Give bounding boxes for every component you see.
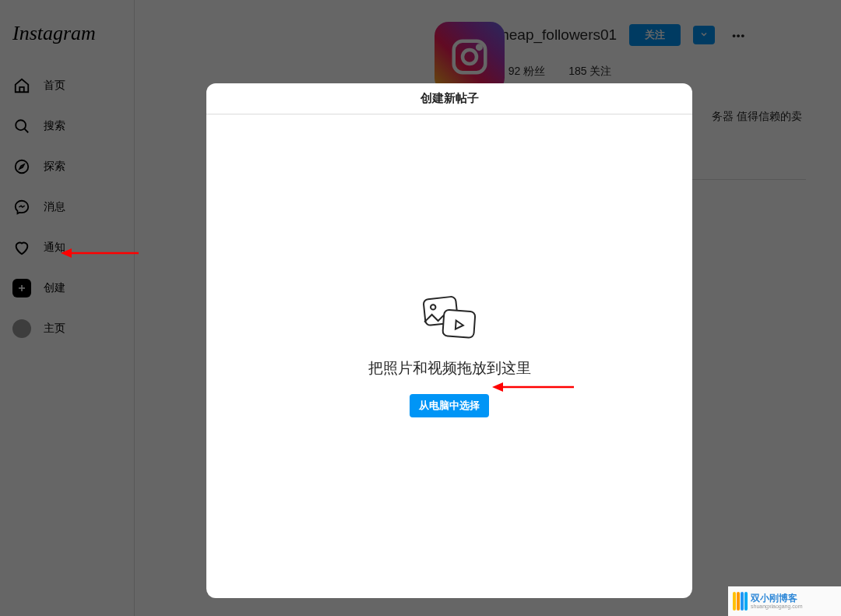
watermark-url: shuangxiaogang.com <box>751 604 803 610</box>
modal-title: 创建新帖子 <box>206 83 692 114</box>
watermark-logo-icon <box>733 592 748 611</box>
modal-body[interactable]: 把照片和视频拖放到这里 从电脑中选择 <box>206 114 692 598</box>
svg-rect-11 <box>442 309 475 337</box>
drag-prompt-text: 把照片和视频拖放到这里 <box>368 358 531 378</box>
create-post-modal: 创建新帖子 把照片和视频拖放到这里 从电脑中选择 <box>206 83 692 598</box>
svg-point-10 <box>431 304 435 309</box>
select-from-computer-button[interactable]: 从电脑中选择 <box>410 394 489 417</box>
watermark: 双小刚博客 shuangxiaogang.com <box>728 586 841 616</box>
watermark-text: 双小刚博客 <box>751 593 803 604</box>
media-placeholder-icon <box>418 296 480 343</box>
